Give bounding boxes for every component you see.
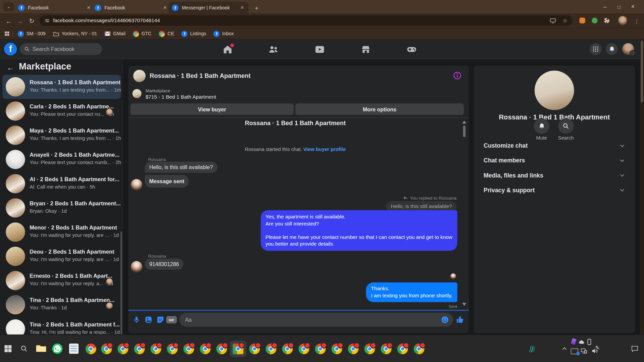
file-explorer-icon[interactable] — [36, 344, 47, 353]
search-in-conversation-button[interactable] — [558, 118, 574, 134]
home-tab[interactable] — [217, 44, 238, 55]
message-input[interactable]: Aa — [179, 313, 453, 327]
profile-avatar[interactable] — [622, 43, 634, 55]
bookmark-sm-009[interactable]: fSM - 009 — [18, 31, 46, 37]
view-buyer-profile-link[interactable]: View buyer profile — [303, 147, 346, 152]
taskbar-chrome-window-icon[interactable] — [299, 344, 309, 354]
notepad-icon[interactable] — [69, 344, 79, 354]
reload-icon[interactable]: ↻ — [26, 15, 37, 26]
taskbar-chrome-window-icon[interactable] — [200, 344, 211, 354]
conversation-ernesto[interactable]: Ernesto · 2 Beds 1 Bath Apart... You: I'… — [2, 268, 121, 293]
conversation-bryan[interactable]: Bryan · 2 Beds 1 Bath Apartment... Bryan… — [2, 196, 121, 220]
conversation-maya[interactable]: Maya · 2 Beds 1 Bath Apartment... You: T… — [2, 123, 121, 147]
sender-avatar[interactable] — [131, 261, 142, 272]
tray-expand-chevron-icon[interactable] — [562, 347, 567, 351]
taskbar-chrome-window-icon[interactable] — [282, 344, 293, 354]
facebook-search-input[interactable]: Search Facebook — [20, 43, 102, 55]
taskbar-chrome-window-icon[interactable] — [150, 344, 161, 354]
tray-app-icon[interactable] — [571, 338, 577, 345]
action-center-icon[interactable] — [631, 346, 638, 352]
conversation-rossana[interactable]: Rossana · 1 Bed 1 Bath Apartment You: Th… — [2, 75, 121, 99]
sender-avatar[interactable] — [131, 179, 142, 190]
taskbar-chrome-window-icon[interactable] — [348, 344, 359, 354]
friends-tab[interactable] — [263, 44, 284, 55]
conversation-carla[interactable]: Carla · 2 Beds 1 Bath Apartme... You: Pl… — [2, 99, 121, 123]
notifications-button[interactable] — [606, 43, 618, 55]
taskbar-chrome-window-icon[interactable] — [266, 344, 277, 354]
whatsapp-icon[interactable] — [52, 344, 63, 354]
cast-session-icon[interactable] — [571, 349, 578, 354]
bookmark-ce[interactable]: CE — [159, 31, 174, 37]
taskbar-chrome-window-icon[interactable] — [216, 344, 227, 354]
taskbar-chrome-window-icon[interactable] — [117, 344, 128, 354]
apps-grid-icon[interactable] — [4, 31, 10, 37]
browser-tab-active[interactable]: f Messenger | Facebook × — [168, 2, 248, 13]
cast-icon[interactable] — [550, 18, 556, 23]
address-bar[interactable]: facebook.com/messages/t/1446063707046144… — [40, 15, 573, 26]
forward-icon[interactable]: → — [15, 15, 26, 26]
media-files-links-row[interactable]: Media, files and links — [478, 168, 631, 183]
outgoing-message[interactable]: Yes, the apartment is still available. A… — [260, 210, 457, 251]
conversation-anayeli[interactable]: Anayeli · 2 Beds 1 Bath Apartme... You: … — [2, 147, 121, 171]
taskbar-chrome-window-icon[interactable] — [315, 344, 326, 354]
view-buyer-button[interactable]: View buyer — [130, 103, 293, 115]
emoji-icon[interactable] — [441, 316, 449, 324]
chrome-icon[interactable] — [86, 344, 96, 354]
privacy-support-row[interactable]: Privacy & support — [478, 183, 631, 197]
mute-button[interactable] — [534, 118, 550, 134]
site-info-icon[interactable] — [44, 18, 50, 23]
phone-link-icon[interactable] — [587, 339, 591, 345]
tab-close-icon[interactable]: × — [86, 4, 91, 10]
conversation-info-icon[interactable] — [453, 71, 462, 80]
tab-close-icon[interactable]: × — [240, 4, 245, 10]
bookmark-star-icon[interactable]: ☆ — [563, 17, 567, 23]
volume-icon[interactable] — [591, 348, 598, 354]
bookmark-gmail[interactable]: GMail — [104, 31, 126, 36]
taskbar-chrome-window-icon[interactable] — [167, 344, 178, 354]
taskbar-chrome-window-icon[interactable] — [134, 344, 145, 354]
apps-menu-button[interactable] — [590, 43, 602, 55]
taskbar-chrome-window-icon[interactable] — [364, 344, 375, 354]
taskbar-chrome-window-icon[interactable] — [101, 344, 112, 354]
conversation-al[interactable]: Al · 2 Beds 1 Bath Apartment for... Al: … — [2, 171, 121, 196]
chat-scrollbar-thumb[interactable] — [463, 125, 465, 137]
back-arrow-icon[interactable]: ← — [7, 63, 14, 72]
more-options-button[interactable]: More options — [295, 103, 464, 115]
taskbar-chrome-window-icon[interactable] — [397, 344, 408, 354]
taskbar-chrome-window-icon[interactable] — [332, 344, 342, 354]
voice-clip-button[interactable] — [132, 315, 141, 324]
tab-search-button[interactable]: ⌄ — [3, 2, 14, 11]
extensions-puzzle-icon[interactable] — [603, 17, 610, 24]
extension-icon-orange[interactable] — [580, 18, 585, 23]
gaming-tab[interactable] — [401, 44, 423, 55]
browser-tab-1[interactable]: f Facebook × — [15, 2, 95, 13]
new-tab-button[interactable]: + — [252, 3, 261, 12]
conversation-tina-2[interactable]: Tina · 2 Beds 1 Bath Apartment f... Tina… — [2, 317, 121, 334]
incoming-message[interactable]: Message sent — [145, 175, 189, 188]
bookmark-yonkers-folder[interactable]: Yonkers, NY - 01 — [53, 31, 97, 36]
incoming-message[interactable]: 9148301286 — [145, 259, 184, 270]
sticker-button[interactable] — [155, 315, 165, 324]
window-maximize-button[interactable]: □ — [612, 0, 626, 13]
gif-button[interactable]: GIF — [166, 316, 177, 323]
scroll-down-arrow[interactable] — [462, 303, 466, 306]
browser-menu-icon[interactable]: ⋮ — [632, 15, 641, 26]
bookmark-listings[interactable]: fListings — [182, 31, 206, 37]
back-icon[interactable]: ← — [3, 15, 14, 26]
result-app-icon[interactable] — [528, 345, 536, 353]
window-close-button[interactable]: ✕ — [626, 0, 640, 13]
extension-icon-green[interactable] — [592, 18, 597, 23]
marketplace-tab[interactable] — [355, 44, 377, 55]
taskbar-chrome-window-icon[interactable] — [414, 344, 425, 354]
outgoing-message[interactable]: Thanks. I am texting you from phone shor… — [366, 282, 457, 302]
incoming-message[interactable]: Hello, is this still available? — [145, 162, 217, 173]
bookmark-inbox[interactable]: fInbox — [213, 31, 234, 37]
taskbar-chrome-window-icon[interactable] — [233, 344, 244, 354]
facebook-logo[interactable]: f — [4, 43, 17, 55]
page-scrollbar[interactable] — [640, 39, 644, 334]
conversation-menor[interactable]: Menor · 2 Beds 1 Bath Apartment You: I'm… — [2, 220, 121, 244]
window-minimize-button[interactable]: ─ — [598, 0, 612, 13]
taskbar-chrome-window-icon[interactable] — [381, 344, 392, 354]
browser-tab-2[interactable]: f Facebook × — [91, 2, 171, 13]
details-avatar[interactable] — [535, 70, 574, 110]
